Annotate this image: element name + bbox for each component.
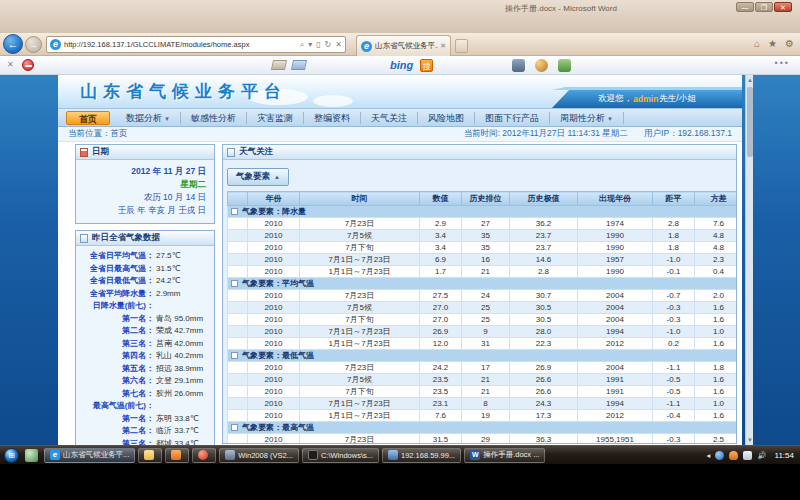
element-filter-button[interactable]: 气象要素 ▲: [227, 168, 289, 186]
table-cell: -0.5: [653, 374, 695, 386]
group-row-1[interactable]: 气象要素：平均气温: [228, 278, 738, 290]
table-row[interactable]: 20107月下旬3.43523.719901.84.8: [228, 242, 738, 254]
table-row[interactable]: 20107月5候27.02530.52004-0.31.6: [228, 302, 738, 314]
home-icon[interactable]: ⌂: [754, 38, 760, 49]
nav-item-7[interactable]: 图面下行产品: [475, 112, 550, 124]
update-icon[interactable]: [729, 451, 738, 460]
action-center-flag-icon[interactable]: [743, 451, 752, 460]
back-button[interactable]: ←: [3, 34, 23, 54]
table-row[interactable]: 20107月1日～7月23日23.1824.31994-1.11.0: [228, 398, 738, 410]
scroll-down-icon[interactable]: ▼: [746, 435, 754, 445]
table-row[interactable]: 20107月23日2.92736.219742.87.6: [228, 218, 738, 230]
row-indent-cell: [228, 374, 248, 386]
taskbar-button-1[interactable]: C:\Windows\s...: [302, 448, 379, 463]
column-header-0[interactable]: 年份: [248, 192, 300, 206]
taskbar-explorer-button[interactable]: [138, 448, 162, 463]
table-row[interactable]: 20107月23日27.52430.72004-0.72.0: [228, 290, 738, 302]
table-row[interactable]: 20101月1日～7月23日7.61917.32012-0.41.6: [228, 410, 738, 422]
tab-close-icon[interactable]: ✕: [440, 42, 446, 50]
table-row[interactable]: 20107月5候23.52126.61991-0.51.6: [228, 374, 738, 386]
column-header-7[interactable]: 方差: [695, 192, 738, 206]
column-header-2[interactable]: 数值: [420, 192, 462, 206]
table-cell: 7.6: [420, 410, 462, 422]
group-checkbox[interactable]: [231, 280, 238, 287]
table-row[interactable]: 20107月23日24.21726.92004-1.11.8: [228, 362, 738, 374]
table-cell: 7月23日: [300, 362, 420, 374]
column-header-1[interactable]: 时间: [300, 192, 420, 206]
table-row[interactable]: 20101月1日～7月23日12.03122.320120.21.6: [228, 338, 738, 350]
settings-gear-icon[interactable]: ⚙: [785, 38, 794, 49]
app-icon: [171, 450, 181, 460]
taskbar-media-button[interactable]: [192, 448, 216, 463]
column-header-5[interactable]: 出现年份: [578, 192, 653, 206]
nav-item-8[interactable]: 周期性分析▼: [550, 112, 624, 124]
nav-item-1[interactable]: 数据分析▼: [116, 112, 181, 124]
new-tab-button[interactable]: [455, 39, 468, 53]
taskbar-ie-button[interactable]: e 山东省气候业务平...: [44, 448, 135, 463]
browser-tab[interactable]: e 山东省气候业务平... ✕: [356, 35, 451, 56]
taskbar-button-3[interactable]: W操作手册.docx ...: [464, 448, 545, 463]
addons-puzzle-icon[interactable]: [558, 59, 571, 72]
signal-icon[interactable]: [535, 59, 548, 72]
address-bar[interactable]: e http://192.168.137.1/GLCCLIMATE/module…: [46, 36, 346, 53]
taskbar-button-0[interactable]: Win2008 (VS2...: [219, 448, 299, 463]
weather-focus-panel: 天气关注 气象要素 ▲: [222, 144, 737, 444]
nav-item-0[interactable]: 首页: [66, 111, 110, 125]
taskbar-app-button[interactable]: [165, 448, 189, 463]
group-row-0[interactable]: 气象要素：降水量: [228, 206, 738, 218]
toolbar-more-icon[interactable]: •••: [775, 58, 790, 68]
forward-button[interactable]: →: [25, 36, 42, 53]
table-row[interactable]: 20107月5候3.43523.719901.84.8: [228, 230, 738, 242]
page-scrollbar[interactable]: ▲ ▼: [745, 75, 753, 445]
column-header-6[interactable]: 距平: [653, 192, 695, 206]
stat-row: 第二名：荣成 42.7mm: [78, 325, 212, 338]
compatibility-icon[interactable]: ▯: [316, 40, 320, 49]
close-button[interactable]: ✕: [774, 2, 792, 12]
card-icon[interactable]: [271, 60, 287, 70]
bing-logo[interactable]: bing: [390, 59, 413, 71]
scrollbar-thumb[interactable]: [747, 87, 753, 157]
dropdown-arrow-icon[interactable]: ▾: [308, 40, 312, 49]
nav-item-6[interactable]: 风险地图: [418, 112, 475, 124]
table-row[interactable]: 20101月1日～7月23日1.7212.81990-0.10.4: [228, 266, 738, 278]
favorites-star-icon[interactable]: ★: [768, 38, 777, 49]
bing-search-button[interactable]: 搜: [420, 59, 433, 72]
table-row[interactable]: 20107月下旬23.52126.61991-0.51.6: [228, 386, 738, 398]
taskbar-button-2[interactable]: 192.168.59.99...: [382, 448, 461, 463]
toolbar-close-icon[interactable]: ✕: [7, 60, 14, 69]
camera-icon[interactable]: [512, 59, 525, 72]
url-text[interactable]: http://192.168.137.1/GLCCLIMATE/modules/…: [64, 40, 300, 49]
group-row-3[interactable]: 气象要素：最高气温: [228, 422, 738, 434]
scroll-up-icon[interactable]: ▲: [746, 75, 754, 85]
nav-item-4[interactable]: 整编资料: [304, 112, 361, 124]
nav-item-3[interactable]: 灾害监测: [247, 112, 304, 124]
table-row[interactable]: 20107月1日～7月23日26.9928.01994-1.01.0: [228, 326, 738, 338]
panel-icon: [227, 148, 235, 157]
group-checkbox[interactable]: [231, 208, 238, 215]
nav-item-2[interactable]: 敏感性分析: [181, 112, 247, 124]
table-cell: 23.1: [420, 398, 462, 410]
search-icon[interactable]: ⌕: [300, 40, 304, 50]
minimize-button[interactable]: —: [736, 2, 754, 12]
maximize-button[interactable]: ❐: [755, 2, 773, 12]
table-row[interactable]: 20107月23日31.52936.31955,1951-0.32.5: [228, 434, 738, 445]
nav-item-5[interactable]: 天气关注: [361, 112, 418, 124]
addon-logo-icon[interactable]: [22, 59, 34, 71]
group-checkbox[interactable]: [231, 352, 238, 359]
start-button[interactable]: ⊞: [4, 448, 19, 463]
table-row[interactable]: 20107月1日～7月23日6.91614.61957-1.02.3: [228, 254, 738, 266]
show-hidden-icons[interactable]: ◂: [706, 451, 710, 460]
refresh-icon[interactable]: ↻: [325, 40, 332, 49]
mail-icon[interactable]: [291, 60, 307, 70]
group-checkbox[interactable]: [231, 424, 238, 431]
network-status-icon[interactable]: [715, 451, 724, 460]
table-row[interactable]: 20107月下旬27.02530.52004-0.31.6: [228, 314, 738, 326]
column-header-3[interactable]: 历史排位: [462, 192, 510, 206]
volume-icon[interactable]: 🔊: [757, 451, 766, 460]
quick-launch-icon[interactable]: [25, 449, 38, 462]
group-row-2[interactable]: 气象要素：最低气温: [228, 350, 738, 362]
table-cell: 1.0: [695, 326, 738, 338]
column-header-4[interactable]: 历史极值: [510, 192, 578, 206]
stop-icon[interactable]: ✕: [335, 40, 342, 49]
table-cell: 14.6: [510, 254, 578, 266]
